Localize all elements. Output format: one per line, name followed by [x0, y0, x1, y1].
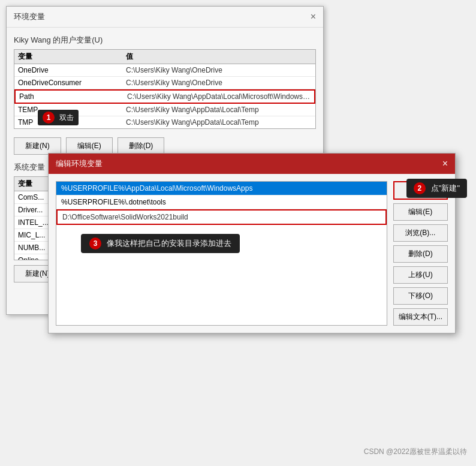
main-close-button[interactable]: × [311, 12, 316, 22]
edit-path-button[interactable]: 编辑(E) [393, 203, 448, 221]
table-row[interactable]: OneDrive C:\Users\Kiky Wang\OneDrive [14, 64, 315, 77]
annotation-circle-3: 3 [89, 237, 101, 249]
delete-path-button[interactable]: 删除(D) [393, 245, 448, 263]
annotation-1: 1 双击 [38, 110, 79, 125]
row-var: OneDrive [18, 66, 126, 74]
browse-button[interactable]: 浏览(B)... [393, 224, 448, 242]
edit-action-buttons: 新建(N) 编辑(E) 浏览(B)... 删除(D) 上移(U) 下移(O) 编… [393, 181, 448, 326]
row-val: C:\Users\Kiky Wang\AppData\Local\Temp [126, 106, 312, 114]
annotation-2: 2 点"新建" [406, 179, 467, 198]
user-header-var: 变量 [18, 52, 126, 62]
annotation-circle-1: 1 [43, 112, 55, 124]
path-item[interactable]: %USERPROFILE%\AppData\Local\Microsoft\Wi… [56, 182, 387, 196]
main-dialog-title: 环境变量 [14, 11, 45, 22]
main-titlebar: 环境变量 × [7, 7, 323, 28]
path-table-row[interactable]: Path C:\Users\Kiky Wang\AppData\Local\Mi… [14, 89, 315, 104]
row-val: C:\Users\Kiky Wang\OneDrive [126, 66, 312, 74]
user-delete-button[interactable]: 删除(D) [118, 137, 165, 155]
table-row[interactable]: OneDriveConsumer C:\Users\Kiky Wang\OneD… [14, 77, 315, 89]
annotation-3-text: 像我这样把自己的安装目录添加进去 [107, 238, 231, 249]
annotation-1-text: 双击 [59, 113, 74, 123]
edit-dialog-body: %USERPROFILE%\AppData\Local\Microsoft\Wi… [49, 174, 455, 333]
move-up-button[interactable]: 上移(U) [393, 266, 448, 284]
path-item[interactable]: %USERPROFILE%\.dotnet\tools [56, 196, 387, 209]
edit-titlebar: 编辑环境变量 × [49, 154, 455, 174]
edit-dialog-title: 编辑环境变量 [56, 158, 103, 169]
annotation-2-text: 点"新建" [431, 183, 460, 194]
annotation-3: 3 像我这样把自己的安装目录添加进去 [81, 234, 240, 253]
edit-text-button[interactable]: 编辑文本(T)... [393, 308, 448, 326]
user-section-label: Kiky Wang 的用户变量(U) [14, 35, 316, 46]
watermark: CSDN @2022愿被世界温柔以待 [364, 447, 467, 457]
path-item-highlighted[interactable]: D:\OfficeSoftware\SolidWorks2021build [56, 209, 387, 225]
row-var: Path [19, 92, 127, 101]
user-edit-button[interactable]: 编辑(E) [66, 137, 113, 155]
user-table-header: 变量 值 [14, 50, 315, 64]
row-val: C:\Users\Kiky Wang\AppData\Local\Microso… [127, 92, 311, 101]
user-new-button[interactable]: 新建(N) [14, 137, 61, 155]
row-var: OneDriveConsumer [18, 79, 126, 87]
row-val: C:\Users\Kiky Wang\AppData\Local\Temp [126, 118, 312, 127]
user-header-val: 值 [126, 52, 312, 62]
edit-close-button[interactable]: × [442, 158, 448, 169]
move-down-button[interactable]: 下移(O) [393, 287, 448, 305]
row-val: C:\Users\Kiky Wang\OneDrive [126, 79, 312, 87]
path-list: %USERPROFILE%\AppData\Local\Microsoft\Wi… [56, 181, 387, 326]
annotation-circle-2: 2 [414, 182, 426, 194]
